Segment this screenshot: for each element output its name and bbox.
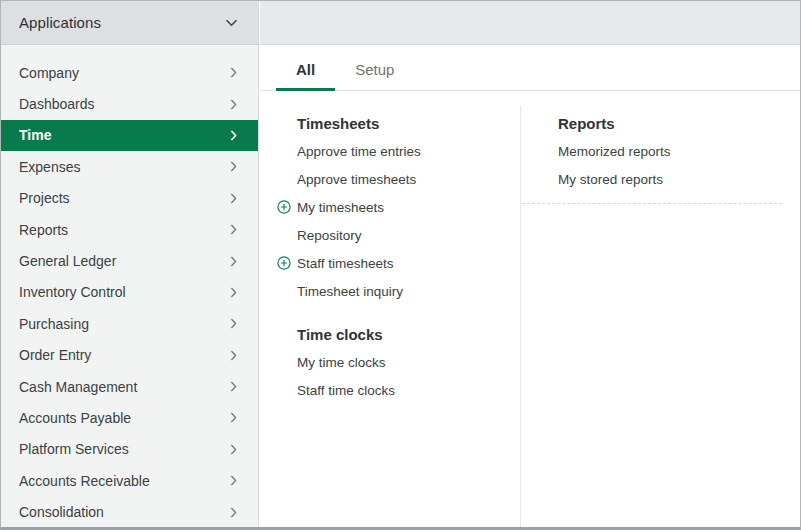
link-repository[interactable]: Repository <box>297 228 362 243</box>
chevron-right-icon <box>230 67 237 78</box>
column-left: Timesheets Approve time entries Approve … <box>260 91 520 527</box>
section-timesheets: Timesheets Approve time entries Approve … <box>297 115 520 299</box>
chevron-down-icon <box>225 19 238 27</box>
chevron-right-icon <box>230 224 237 235</box>
chevron-right-icon <box>230 318 237 329</box>
sidebar-item-projects[interactable]: Projects <box>1 183 258 214</box>
link-approve-time-entries[interactable]: Approve time entries <box>297 144 421 159</box>
chevron-right-icon <box>230 444 237 455</box>
applications-dropdown-label: Applications <box>19 14 101 31</box>
tab-all[interactable]: All <box>276 61 335 90</box>
section-time-clocks: Time clocks My time clocks Staff time cl… <box>297 326 520 398</box>
link-my-time-clocks[interactable]: My time clocks <box>297 355 386 370</box>
link-staff-time-clocks[interactable]: Staff time clocks <box>297 383 395 398</box>
sidebar-item-expenses[interactable]: Expenses <box>1 151 258 182</box>
add-icon[interactable] <box>277 256 291 270</box>
chevron-right-icon <box>230 130 237 141</box>
column-right: Reports Memorized reports My stored repo… <box>520 91 800 527</box>
chevron-right-icon <box>230 475 237 486</box>
sidebar-item-consolidation[interactable]: Consolidation <box>1 496 258 527</box>
sidebar-item-accounts-receivable[interactable]: Accounts Receivable <box>1 465 258 496</box>
chevron-right-icon <box>230 256 237 267</box>
sidebar-item-dashboards[interactable]: Dashboards <box>1 88 258 119</box>
link-approve-timesheets[interactable]: Approve timesheets <box>297 172 416 187</box>
chevron-right-icon <box>230 193 237 204</box>
tab-setup[interactable]: Setup <box>335 61 414 90</box>
tab-bar: All Setup <box>260 45 800 91</box>
sidebar-item-inventory-control[interactable]: Inventory Control <box>1 277 258 308</box>
menu-content: Timesheets Approve time entries Approve … <box>260 91 800 527</box>
sidebar-item-company[interactable]: Company <box>1 57 258 88</box>
link-timesheet-inquiry[interactable]: Timesheet inquiry <box>297 284 403 299</box>
section-title: Timesheets <box>297 115 520 132</box>
link-my-stored-reports[interactable]: My stored reports <box>558 172 663 187</box>
sidebar-item-time[interactable]: Time <box>1 120 258 151</box>
applications-dropdown-header[interactable]: Applications <box>1 1 258 45</box>
chevron-right-icon <box>230 412 237 423</box>
link-my-timesheets[interactable]: My timesheets <box>297 200 384 215</box>
sidebar-item-purchasing[interactable]: Purchasing <box>1 308 258 339</box>
sidebar-list: Company Dashboards Time Expenses Project… <box>1 45 258 528</box>
main-panel: All Setup Timesheets Approve time entrie… <box>260 1 800 527</box>
link-staff-timesheets[interactable]: Staff timesheets <box>297 256 394 271</box>
chevron-right-icon <box>230 350 237 361</box>
sidebar-item-cash-management[interactable]: Cash Management <box>1 371 258 402</box>
dashed-divider <box>522 203 782 204</box>
sidebar-item-general-ledger[interactable]: General Ledger <box>1 245 258 276</box>
chevron-right-icon <box>230 287 237 298</box>
column-divider <box>520 106 521 527</box>
chevron-right-icon <box>230 507 237 518</box>
applications-menu-panel: Applications Company Dashboards Time Exp… <box>0 0 801 530</box>
chevron-right-icon <box>230 99 237 110</box>
chevron-right-icon <box>230 161 237 172</box>
sidebar: Applications Company Dashboards Time Exp… <box>1 1 259 527</box>
sidebar-item-platform-services[interactable]: Platform Services <box>1 434 258 465</box>
section-reports: Reports Memorized reports My stored repo… <box>558 115 782 204</box>
chevron-right-icon <box>230 381 237 392</box>
sidebar-item-reports[interactable]: Reports <box>1 214 258 245</box>
sidebar-item-order-entry[interactable]: Order Entry <box>1 340 258 371</box>
sidebar-item-accounts-payable[interactable]: Accounts Payable <box>1 402 258 433</box>
link-memorized-reports[interactable]: Memorized reports <box>558 144 671 159</box>
section-title: Time clocks <box>297 326 520 343</box>
top-strip <box>260 1 800 45</box>
add-icon[interactable] <box>277 200 291 214</box>
section-title: Reports <box>558 115 782 132</box>
